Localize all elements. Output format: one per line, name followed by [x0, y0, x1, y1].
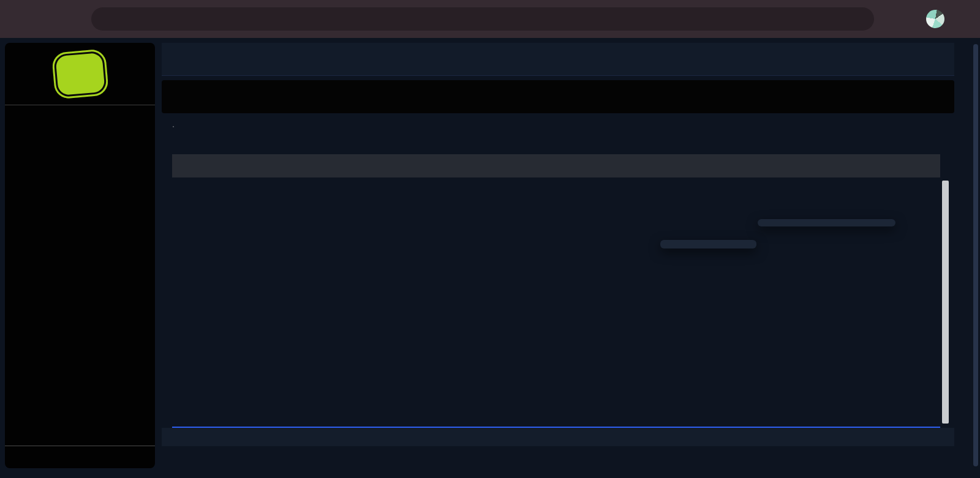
calculator-icon[interactable]: [813, 53, 826, 65]
logo-g-icon: [51, 48, 108, 99]
table-scrollbar[interactable]: [942, 181, 949, 424]
dark-mode-moon-icon[interactable]: [841, 53, 854, 65]
table-header-row: [172, 154, 940, 177]
records-summary: [162, 428, 954, 446]
row-context-menu: [660, 240, 756, 248]
browser-window: [0, 0, 980, 478]
settings-gear-icon[interactable]: [897, 53, 910, 65]
collapse-sidebar-icon[interactable]: [178, 53, 190, 65]
table-toolbar: [173, 126, 174, 127]
header-icons: [813, 53, 938, 65]
declaraciones-title-icon: [178, 89, 194, 105]
site-info-icon[interactable]: [102, 14, 113, 24]
browser-menu-icon[interactable]: [959, 13, 971, 25]
sidebar-footer: [5, 446, 155, 468]
browser-chrome: [0, 0, 980, 38]
person-icon: [203, 54, 214, 65]
sidebar-menu: [5, 105, 155, 109]
url-bar[interactable]: [91, 7, 874, 31]
declarations-table: [172, 154, 940, 427]
sidebar: [5, 43, 155, 468]
avatar[interactable]: [926, 10, 944, 28]
chrome-actions: [899, 10, 971, 28]
user-menu[interactable]: [203, 54, 217, 65]
page-scrollbar[interactable]: [973, 44, 978, 466]
help-icon[interactable]: [925, 53, 938, 65]
bookmark-star-icon[interactable]: [853, 13, 864, 25]
download-icon[interactable]: [899, 13, 911, 25]
download-submenu: [758, 219, 895, 226]
app-header: [162, 43, 954, 76]
notes-icon[interactable]: [869, 53, 882, 65]
back-icon[interactable]: [10, 13, 23, 26]
forward-icon[interactable]: [37, 13, 50, 26]
reload-icon[interactable]: [65, 13, 78, 26]
app-logo: [5, 43, 155, 105]
page-title-bar: [162, 80, 954, 113]
table-body: [172, 177, 940, 427]
